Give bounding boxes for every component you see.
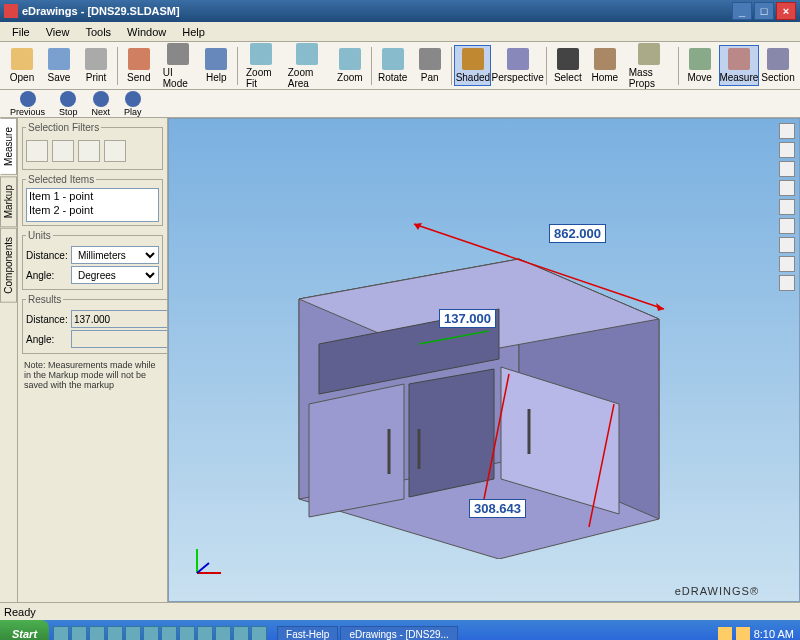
filter-edge-button[interactable] bbox=[52, 140, 74, 162]
angle-unit-label: Angle: bbox=[26, 270, 68, 281]
quicklaunch-icon[interactable] bbox=[143, 626, 159, 640]
selected-items-list[interactable]: Item 1 - point Item 2 - point bbox=[26, 188, 159, 222]
play-button[interactable]: Play bbox=[118, 90, 148, 118]
menu-help[interactable]: Help bbox=[174, 24, 213, 40]
dimension-shelf: 137.000 bbox=[439, 309, 496, 328]
units-title: Units bbox=[26, 230, 53, 241]
play-icon bbox=[125, 91, 141, 107]
view-tool-6[interactable] bbox=[779, 218, 795, 234]
help-icon bbox=[205, 48, 227, 70]
persp-button[interactable]: Perspective bbox=[492, 45, 543, 86]
shaded-icon bbox=[462, 48, 484, 70]
toolbar-label: Rotate bbox=[378, 72, 407, 83]
print-button[interactable]: Print bbox=[78, 45, 114, 86]
send-button[interactable]: Send bbox=[121, 45, 157, 86]
fit-button[interactable]: Zoom Fit bbox=[241, 40, 282, 92]
rotate-button[interactable]: Rotate bbox=[375, 45, 411, 86]
svg-marker-13 bbox=[656, 303, 664, 311]
view-tool-9[interactable] bbox=[779, 275, 795, 291]
3d-viewport[interactable]: 862.000 137.000 308.643 eDRAWINGS® bbox=[168, 118, 800, 602]
section-button[interactable]: Section bbox=[760, 45, 796, 86]
axes-triad bbox=[189, 541, 229, 581]
dimension-side: 308.643 bbox=[469, 499, 526, 518]
taskbar-task[interactable]: eDrawings - [DNS29... bbox=[340, 626, 457, 641]
tray-icon[interactable] bbox=[736, 627, 750, 640]
quicklaunch-icon[interactable] bbox=[251, 626, 267, 640]
pan-button[interactable]: Pan bbox=[412, 45, 448, 86]
stop-button[interactable]: Stop bbox=[53, 90, 84, 118]
save-icon bbox=[48, 48, 70, 70]
quicklaunch-icon[interactable] bbox=[233, 626, 249, 640]
help-button[interactable]: Help bbox=[198, 45, 234, 86]
distance-unit-select[interactable]: Millimeters bbox=[71, 246, 159, 264]
section-icon bbox=[767, 48, 789, 70]
stop-icon bbox=[60, 91, 76, 107]
toolbar-label: Mass Props bbox=[629, 67, 670, 89]
taskbar-task[interactable]: Fast-Help bbox=[277, 626, 338, 641]
save-button[interactable]: Save bbox=[41, 45, 77, 86]
clock: 8:10 AM bbox=[754, 628, 794, 640]
quicklaunch-icon[interactable] bbox=[179, 626, 195, 640]
ui-button[interactable]: UI Mode bbox=[158, 40, 197, 92]
markup-note: Note: Measurements made while in the Mar… bbox=[22, 358, 163, 392]
view-tool-5[interactable] bbox=[779, 199, 795, 215]
quicklaunch-icon[interactable] bbox=[215, 626, 231, 640]
measure-button[interactable]: Measure bbox=[719, 45, 759, 86]
quicklaunch-icon[interactable] bbox=[53, 626, 69, 640]
list-item[interactable]: Item 1 - point bbox=[27, 189, 158, 203]
open-button[interactable]: Open bbox=[4, 45, 40, 86]
tab-measure[interactable]: Measure bbox=[0, 118, 17, 175]
home-button[interactable]: Home bbox=[587, 45, 623, 86]
angle-unit-select[interactable]: Degrees bbox=[71, 266, 159, 284]
tab-components[interactable]: Components bbox=[0, 228, 17, 303]
quicklaunch-icon[interactable] bbox=[89, 626, 105, 640]
toolbar-label: Send bbox=[127, 72, 150, 83]
view-tool-7[interactable] bbox=[779, 237, 795, 253]
window-title: eDrawings - [DNS29.SLDASM] bbox=[22, 5, 732, 17]
start-button[interactable]: Start bbox=[0, 620, 49, 640]
view-tool-1[interactable] bbox=[779, 123, 795, 139]
tab-markup[interactable]: Markup bbox=[0, 176, 17, 227]
toolbar-label: Shaded bbox=[456, 72, 490, 83]
move-button[interactable]: Move bbox=[682, 45, 718, 86]
quicklaunch-icon[interactable] bbox=[197, 626, 213, 640]
quicklaunch-icon[interactable] bbox=[125, 626, 141, 640]
shaded-button[interactable]: Shaded bbox=[454, 45, 491, 86]
zoom-button[interactable]: Zoom bbox=[332, 45, 368, 86]
toolbar-label: Move bbox=[687, 72, 711, 83]
toolbar-label: Help bbox=[206, 72, 227, 83]
view-tool-4[interactable] bbox=[779, 180, 795, 196]
prev-button[interactable]: Previous bbox=[4, 90, 51, 118]
close-button[interactable]: × bbox=[776, 2, 796, 20]
filter-component-button[interactable] bbox=[104, 140, 126, 162]
print-icon bbox=[85, 48, 107, 70]
home-icon bbox=[594, 48, 616, 70]
view-tool-3[interactable] bbox=[779, 161, 795, 177]
quicklaunch-icon[interactable] bbox=[71, 626, 87, 640]
dimension-top: 862.000 bbox=[549, 224, 606, 243]
select-button[interactable]: Select bbox=[550, 45, 586, 86]
area-button[interactable]: Zoom Area bbox=[283, 40, 331, 92]
result-angle-value bbox=[71, 330, 168, 348]
persp-icon bbox=[507, 48, 529, 70]
toolbar-label: Save bbox=[48, 72, 71, 83]
results-title: Results bbox=[26, 294, 63, 305]
maximize-button[interactable]: □ bbox=[754, 2, 774, 20]
result-angle-label: Angle: bbox=[26, 334, 68, 345]
menu-file[interactable]: File bbox=[4, 24, 38, 40]
quicklaunch-icon[interactable] bbox=[107, 626, 123, 640]
filter-vertex-button[interactable] bbox=[26, 140, 48, 162]
menu-window[interactable]: Window bbox=[119, 24, 174, 40]
toolbar-label: Select bbox=[554, 72, 582, 83]
view-tool-2[interactable] bbox=[779, 142, 795, 158]
mass-button[interactable]: Mass Props bbox=[624, 40, 675, 92]
menu-view[interactable]: View bbox=[38, 24, 78, 40]
filter-face-button[interactable] bbox=[78, 140, 100, 162]
menu-tools[interactable]: Tools bbox=[77, 24, 119, 40]
minimize-button[interactable]: _ bbox=[732, 2, 752, 20]
view-tool-8[interactable] bbox=[779, 256, 795, 272]
tray-icon[interactable] bbox=[718, 627, 732, 640]
quicklaunch-icon[interactable] bbox=[161, 626, 177, 640]
next-button[interactable]: Next bbox=[86, 90, 117, 118]
list-item[interactable]: Item 2 - point bbox=[27, 203, 158, 217]
